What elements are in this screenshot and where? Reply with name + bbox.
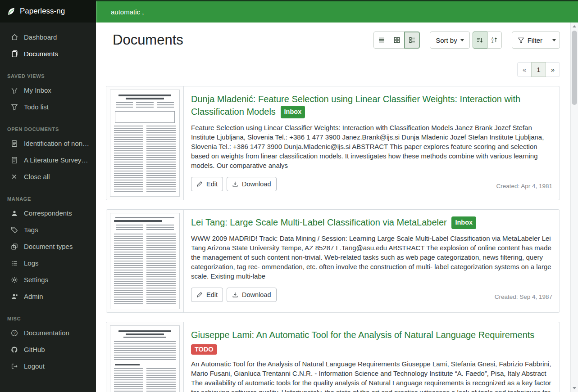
triangle-up-icon xyxy=(573,25,576,27)
filter-dropdown-toggle[interactable] xyxy=(548,32,560,49)
sidebar-item-todo-list[interactable]: Todo list xyxy=(0,99,96,115)
sidebar-item-admin[interactable]: Admin xyxy=(0,288,96,305)
document-title-link[interactable]: Giuseppe Lami: An Automatic Tool for the… xyxy=(191,330,534,340)
close-icon xyxy=(11,173,18,180)
download-button-label: Download xyxy=(242,291,271,298)
logout-icon xyxy=(11,363,18,370)
scrollbar[interactable] xyxy=(570,23,578,392)
pagination-page-1-button[interactable]: 1 xyxy=(531,62,546,77)
sort-by-dropdown[interactable]: Sort by xyxy=(430,32,470,49)
sidebar-item-label: Todo list xyxy=(24,103,49,111)
document-title-row: Lei Tang: Large Scale Multi-Label Classi… xyxy=(191,216,552,229)
download-button[interactable]: Download xyxy=(227,288,277,302)
svg-text:?: ? xyxy=(14,331,16,335)
sidebar-item-documents[interactable]: Documents xyxy=(0,45,96,62)
created-date: Created: Sep 4, 1987 xyxy=(495,293,552,302)
grid-view-icon xyxy=(393,36,401,44)
thumbnail-line xyxy=(123,337,167,338)
question-circle-icon: ? xyxy=(11,329,18,337)
sidebar-item-open-document-2[interactable]: A Literature Survey on ... xyxy=(0,152,96,168)
sort-by-label: Sort by xyxy=(436,36,457,44)
sidebar-item-logs[interactable]: Logs xyxy=(0,255,96,271)
sort-alphabetical-button[interactable]: AZ xyxy=(487,32,502,49)
scroll-down-button[interactable] xyxy=(571,384,578,392)
scrollbar-thumb[interactable] xyxy=(572,31,577,105)
document-title-link[interactable]: Lei Tang: Large Scale Multi-Label Classi… xyxy=(191,217,447,227)
person-icon xyxy=(11,210,18,217)
inbox-badge[interactable]: Inbox xyxy=(451,216,476,229)
sidebar-item-open-document-1[interactable]: Identification of non-fu... xyxy=(0,135,96,152)
sidebar: Paperless-ng Dashboard Documents SAVED V… xyxy=(0,0,96,392)
sort-alpha-icon: AZ xyxy=(491,36,498,44)
view-grid-button[interactable] xyxy=(389,32,405,49)
sidebar-item-label: Documentation xyxy=(24,329,69,337)
top-navbar xyxy=(96,0,578,23)
sort-down-icon xyxy=(476,36,483,44)
sidebar-section-manage: MANAGE xyxy=(0,185,96,205)
sidebar-item-label: Identification of non-fu... xyxy=(24,140,90,147)
sidebar-section-saved-views: SAVED VIEWS xyxy=(0,62,96,82)
sidebar-item-label: Admin xyxy=(24,293,43,300)
thumbnail-line xyxy=(115,364,140,365)
file-text-icon xyxy=(11,157,18,164)
sidebar-item-label: Settings xyxy=(24,276,48,284)
sidebar-item-tags[interactable]: Tags xyxy=(0,221,96,238)
sidebar-item-close-all[interactable]: Close all xyxy=(0,168,96,185)
sort-direction-group: AZ xyxy=(473,32,502,49)
admin-person-icon xyxy=(11,293,18,300)
github-icon xyxy=(11,346,18,353)
thumbnail-preview xyxy=(110,213,180,309)
edit-button[interactable]: Edit xyxy=(191,288,223,302)
documents-page: Documents xyxy=(96,23,570,392)
sidebar-item-label: Close all xyxy=(24,173,50,180)
sort-descending-button[interactable] xyxy=(473,32,487,49)
sidebar-item-label: Documents xyxy=(24,50,58,58)
document-title-row: Giuseppe Lami: An Automatic Tool for the… xyxy=(191,329,552,341)
sidebar-item-correspondents[interactable]: Correspondents xyxy=(0,205,96,221)
view-toggle-group xyxy=(373,32,420,49)
thumbnail-line xyxy=(116,102,174,108)
thumbnail-line xyxy=(116,225,174,231)
sidebar-section-open-documents: OPEN DOCUMENTS xyxy=(0,115,96,135)
document-thumbnail[interactable] xyxy=(106,86,184,200)
document-meta-row: Edit Download Created: Sep 4, 1987 xyxy=(191,288,552,302)
thumbnail-line xyxy=(114,341,176,361)
sidebar-item-settings[interactable]: Settings xyxy=(0,271,96,288)
thumbnail-line xyxy=(114,126,176,193)
thumbnail-preview xyxy=(110,90,180,197)
app-logo[interactable]: Paperless-ng xyxy=(0,0,96,23)
document-title-link[interactable]: Dunja Mladenić: Feature Selection using … xyxy=(191,94,520,117)
sidebar-item-label: GitHub xyxy=(24,346,45,353)
pagination-next-button[interactable]: » xyxy=(546,62,560,77)
file-text-icon xyxy=(11,140,18,147)
scroll-up-button[interactable] xyxy=(571,23,578,30)
document-card: Lei Tang: Large Scale Multi-Label Classi… xyxy=(106,209,560,313)
pencil-icon xyxy=(196,292,203,298)
pagination-prev-button[interactable]: « xyxy=(517,62,532,77)
document-title-row: Dunja Mladenić: Feature Selection using … xyxy=(191,93,552,118)
sidebar-nav: Dashboard Documents SAVED VIEWS My Inbox… xyxy=(0,23,96,392)
sidebar-item-my-inbox[interactable]: My Inbox xyxy=(0,82,96,99)
document-excerpt: WWW 2009 MADRID! Track: Data Mining / Se… xyxy=(191,234,552,281)
edit-button-label: Edit xyxy=(206,291,218,298)
triangle-down-icon xyxy=(573,387,576,389)
edit-button[interactable]: Edit xyxy=(191,177,223,191)
sidebar-item-label: Dashboard xyxy=(24,33,57,41)
document-actions: Edit Download xyxy=(191,177,277,191)
download-button[interactable]: Download xyxy=(227,177,277,191)
sidebar-item-logout[interactable]: Logout xyxy=(0,358,96,374)
view-list-button[interactable] xyxy=(373,32,389,49)
sidebar-item-document-types[interactable]: Document types xyxy=(0,238,96,255)
document-thumbnail[interactable] xyxy=(106,322,184,392)
sidebar-item-github[interactable]: GitHub xyxy=(0,341,96,358)
sidebar-item-documentation[interactable]: ? Documentation xyxy=(0,324,96,341)
sidebar-item-dashboard[interactable]: Dashboard xyxy=(0,29,96,45)
details-view-icon xyxy=(409,36,416,44)
tag-icon xyxy=(11,226,18,234)
view-details-button[interactable] xyxy=(404,32,420,49)
document-thumbnail[interactable] xyxy=(106,210,184,312)
todo-badge[interactable]: TODO xyxy=(191,344,217,355)
inbox-badge[interactable]: Inbox xyxy=(281,106,305,118)
search-input[interactable] xyxy=(96,1,578,23)
filter-button[interactable]: Filter xyxy=(512,32,548,49)
